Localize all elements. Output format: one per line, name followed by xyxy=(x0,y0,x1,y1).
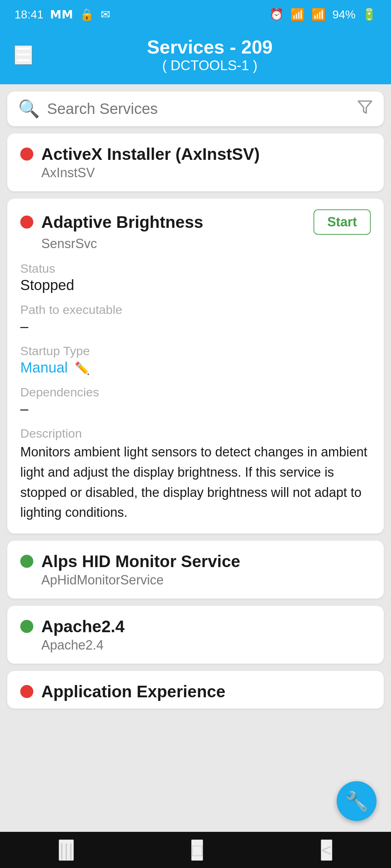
signal-bars-icon: 📶 xyxy=(311,8,326,21)
service-card-apache: Apache2.4 Apache2.4 xyxy=(7,606,384,664)
service-card-app-experience: Application Experience xyxy=(7,671,384,709)
search-input[interactable] xyxy=(47,100,350,118)
service-header-app-experience: Application Experience xyxy=(20,682,371,701)
status-section: Status Stopped xyxy=(20,261,371,293)
start-button-adaptive[interactable]: Start xyxy=(314,209,371,235)
app-subtitle: ( DCTOOLS-1 ) xyxy=(43,58,377,73)
service-key-alps: ApHidMonitorService xyxy=(20,573,371,588)
time-display: 18:41 xyxy=(14,8,43,21)
service-card-alps: Alps HID Monitor Service ApHidMonitorSer… xyxy=(7,541,384,599)
app-bar-title: Services - 209 ( DCTOOLS-1 ) xyxy=(43,36,377,73)
status-left: 18:41 𝗠𝗠 🔒 ✉ xyxy=(14,8,110,21)
path-value: – xyxy=(20,318,371,335)
dependencies-section: Dependencies – xyxy=(20,385,371,417)
menu-button[interactable]: ☰ xyxy=(14,45,32,65)
edit-icon[interactable]: ✏️ xyxy=(75,361,90,375)
service-header: ActiveX Installer (AxInstSV) xyxy=(20,144,371,164)
status-dot-red-app-experience xyxy=(20,685,33,698)
service-header-left-alps: Alps HID Monitor Service xyxy=(20,552,240,571)
service-name-app-experience: Application Experience xyxy=(41,682,226,701)
service-name-alps: Alps HID Monitor Service xyxy=(41,552,240,571)
service-card-adaptive-brightness: Adaptive Brightness Start SensrSvc Statu… xyxy=(7,199,384,533)
path-label: Path to executable xyxy=(20,303,371,317)
dependencies-value: – xyxy=(20,401,371,417)
search-icon: 🔍 xyxy=(18,99,40,119)
path-section: Path to executable – xyxy=(20,303,371,335)
service-details-adaptive: Status Stopped Path to executable – Star… xyxy=(20,261,371,523)
lock-icon: 🔒 xyxy=(80,8,94,21)
service-header-adaptive: Adaptive Brightness Start xyxy=(20,209,371,235)
service-header-left: ActiveX Installer (AxInstSV) xyxy=(20,144,260,164)
battery-percent: 94% xyxy=(332,8,356,21)
status-dot-red-adaptive xyxy=(20,216,33,229)
service-card-activex: ActiveX Installer (AxInstSV) AxInstSV xyxy=(7,133,384,191)
status-label: Status xyxy=(20,261,371,276)
service-header-left-apache: Apache2.4 xyxy=(20,617,125,636)
app-bar: ☰ Services - 209 ( DCTOOLS-1 ) xyxy=(0,29,391,84)
wifi-icon: 📶 xyxy=(290,8,305,21)
status-value: Stopped xyxy=(20,277,371,293)
bottom-nav: ||| □ < xyxy=(0,832,391,868)
startup-label: Startup Type xyxy=(20,344,371,358)
dependencies-label: Dependencies xyxy=(20,385,371,399)
startup-value: Manual ✏️ xyxy=(20,359,371,376)
description-label: Description xyxy=(20,426,371,441)
service-key: AxInstSV xyxy=(20,165,371,180)
status-dot-green-apache xyxy=(20,620,33,633)
filter-button[interactable] xyxy=(357,99,373,119)
status-right: ⏰ 📶 📶 94% 🔋 xyxy=(269,8,377,21)
battery-icon: 🔋 xyxy=(362,8,377,21)
service-key-apache: Apache2.4 xyxy=(20,638,371,653)
signal-icon: 𝗠𝗠 xyxy=(50,8,73,21)
service-header-left-app-experience: Application Experience xyxy=(20,682,226,701)
status-dot-red xyxy=(20,148,33,161)
startup-section: Startup Type Manual ✏️ xyxy=(20,344,371,376)
description-value: Monitors ambient light sensors to detect… xyxy=(20,442,371,523)
description-section: Description Monitors ambient light senso… xyxy=(20,426,371,523)
service-key-adaptive: SensrSvc xyxy=(20,236,371,251)
nav-home-button[interactable]: □ xyxy=(191,839,203,861)
fab-icon: 🔧 xyxy=(345,790,369,812)
svg-marker-0 xyxy=(358,101,372,113)
service-header-alps: Alps HID Monitor Service xyxy=(20,552,371,571)
fab-button[interactable]: 🔧 xyxy=(337,781,377,821)
service-header-apache: Apache2.4 xyxy=(20,617,371,636)
search-card: 🔍 xyxy=(7,92,384,126)
service-header-left-adaptive: Adaptive Brightness xyxy=(20,212,203,232)
app-title: Services - 209 xyxy=(43,36,377,58)
main-content: 🔍 ActiveX Installer (AxInstSV) AxInstSV … xyxy=(0,84,391,840)
message-icon: ✉ xyxy=(101,8,110,21)
service-name-apache: Apache2.4 xyxy=(41,617,125,636)
status-dot-green-alps xyxy=(20,555,33,568)
nav-recents-button[interactable]: ||| xyxy=(59,839,73,861)
nav-back-button[interactable]: < xyxy=(321,839,332,861)
status-bar: 18:41 𝗠𝗠 🔒 ✉ ⏰ 📶 📶 94% 🔋 xyxy=(0,0,391,29)
alarm-icon: ⏰ xyxy=(269,8,284,21)
service-name-adaptive: Adaptive Brightness xyxy=(41,212,203,232)
service-name: ActiveX Installer (AxInstSV) xyxy=(41,144,260,164)
